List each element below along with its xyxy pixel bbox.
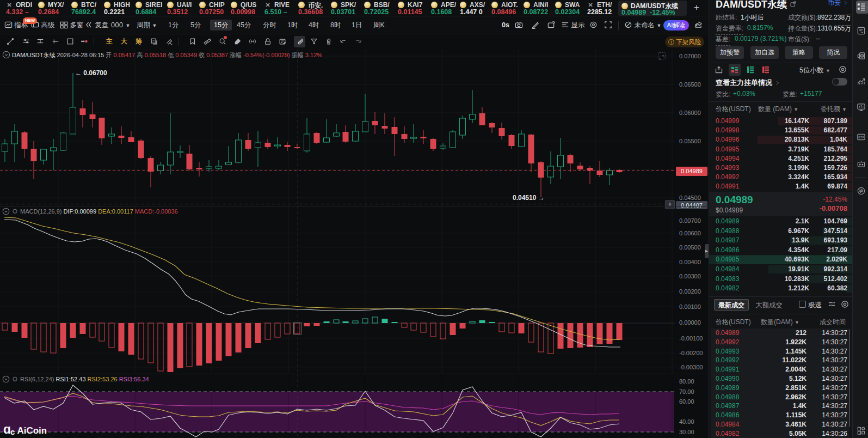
svg-text:ETF: ETF — [858, 136, 864, 139]
